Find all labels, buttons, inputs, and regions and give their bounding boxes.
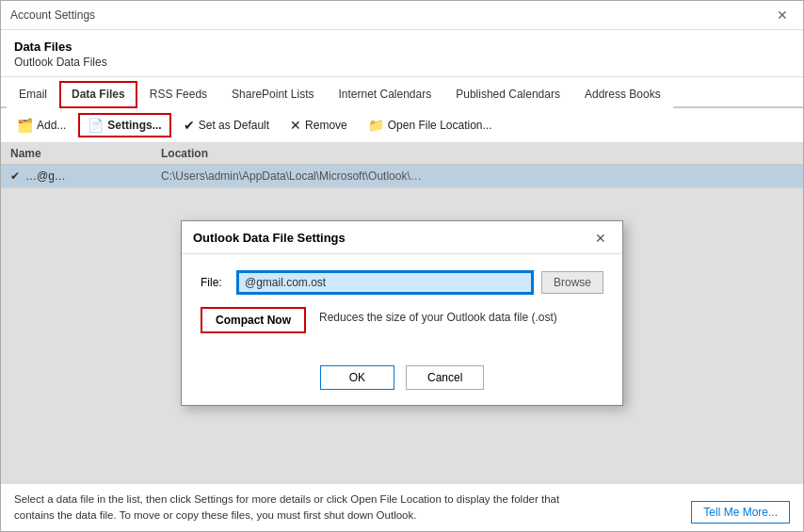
dialog-body: File: Browse Compact Now Reduces the siz… bbox=[182, 254, 622, 358]
header-section: Data Files Outlook Data Files bbox=[1, 30, 803, 77]
compact-now-button[interactable]: Compact Now bbox=[201, 307, 306, 333]
folder-icon: 📁 bbox=[368, 118, 384, 133]
account-settings-window: Account Settings ✕ Data Files Outlook Da… bbox=[0, 0, 804, 532]
dialog-cancel-button[interactable]: Cancel bbox=[406, 365, 484, 390]
dialog-close-button[interactable]: ✕ bbox=[590, 229, 611, 248]
tell-me-more-button[interactable]: Tell Me More... bbox=[691, 501, 790, 524]
settings-icon: 📄 bbox=[88, 118, 104, 133]
dialog-overlay: Outlook Data File Settings ✕ File: Brows… bbox=[1, 143, 803, 483]
section-title: Data Files bbox=[14, 40, 790, 54]
add-button[interactable]: 🗂️ Add... bbox=[8, 114, 74, 137]
checkmark-icon: ✔ bbox=[184, 118, 195, 133]
dialog-footer: OK Cancel bbox=[182, 358, 622, 405]
tab-published-calendars[interactable]: Published Calendars bbox=[443, 81, 572, 108]
window-title: Account Settings bbox=[10, 8, 95, 22]
tab-address-books[interactable]: Address Books bbox=[572, 81, 673, 108]
section-subtitle: Outlook Data Files bbox=[14, 56, 790, 69]
footer-text: Select a data file in the list, then cli… bbox=[14, 492, 598, 524]
open-file-label: Open File Location... bbox=[388, 119, 492, 132]
remove-label: Remove bbox=[305, 119, 347, 132]
title-bar: Account Settings ✕ bbox=[1, 1, 803, 30]
dialog-ok-button[interactable]: OK bbox=[320, 365, 394, 390]
settings-button[interactable]: 📄 Settings... bbox=[78, 113, 170, 137]
remove-button[interactable]: ✕ Remove bbox=[281, 114, 356, 137]
footer-bar: Select a data file in the list, then cli… bbox=[1, 483, 803, 532]
file-row: File: Browse bbox=[201, 271, 603, 294]
compact-row: Compact Now Reduces the size of your Out… bbox=[201, 307, 603, 333]
outlook-data-file-settings-dialog: Outlook Data File Settings ✕ File: Brows… bbox=[181, 220, 623, 406]
main-content: Name Location ✔ …@g… C:\Users\admin\AppD… bbox=[1, 143, 803, 483]
set-default-label: Set as Default bbox=[199, 119, 269, 132]
tab-data-files[interactable]: Data Files bbox=[59, 81, 137, 108]
add-label: Add... bbox=[37, 119, 66, 132]
tab-sharepoint-lists[interactable]: SharePoint Lists bbox=[219, 81, 326, 108]
add-icon: 🗂️ bbox=[17, 118, 33, 133]
file-input[interactable] bbox=[238, 272, 532, 293]
remove-icon: ✕ bbox=[290, 118, 301, 133]
set-default-button[interactable]: ✔ Set as Default bbox=[175, 114, 278, 137]
tabs-bar: Email Data Files RSS Feeds SharePoint Li… bbox=[1, 81, 803, 108]
dialog-title-bar: Outlook Data File Settings ✕ bbox=[182, 221, 622, 254]
toolbar: 🗂️ Add... 📄 Settings... ✔ Set as Default… bbox=[1, 108, 803, 143]
compact-description: Reduces the size of your Outlook data fi… bbox=[319, 307, 557, 326]
tab-rss-feeds[interactable]: RSS Feeds bbox=[137, 81, 219, 108]
open-file-location-button[interactable]: 📁 Open File Location... bbox=[360, 114, 501, 137]
tab-email[interactable]: Email bbox=[7, 81, 59, 108]
file-label: File: bbox=[201, 276, 229, 289]
window-close-button[interactable]: ✕ bbox=[771, 7, 794, 24]
settings-label: Settings... bbox=[107, 119, 161, 132]
dialog-title: Outlook Data File Settings bbox=[193, 231, 346, 245]
browse-button[interactable]: Browse bbox=[541, 271, 603, 294]
tab-internet-calendars[interactable]: Internet Calendars bbox=[326, 81, 443, 108]
